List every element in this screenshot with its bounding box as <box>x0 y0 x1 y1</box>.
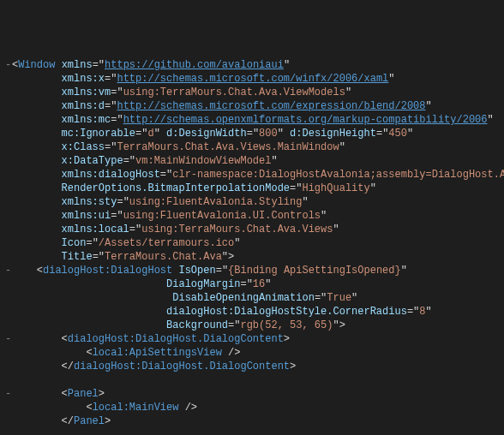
code-line[interactable]: xmlns:sty="using:FluentAvalonia.Styling" <box>5 195 504 209</box>
code-line[interactable]: xmlns:local="using:TerraMours.Chat.Ava.V… <box>5 223 504 236</box>
fold-gutter[interactable]: - <box>5 387 12 401</box>
fold-gutter[interactable] <box>5 291 12 305</box>
fold-gutter[interactable] <box>5 209 12 223</box>
fold-gutter[interactable] <box>5 360 12 373</box>
fold-gutter[interactable] <box>5 154 12 168</box>
code-line[interactable]: xmlns:mc="http://schemas.openxmlformats.… <box>5 113 504 127</box>
fold-gutter[interactable] <box>5 195 12 209</box>
fold-gutter[interactable] <box>5 428 12 435</box>
code-line[interactable] <box>5 373 504 387</box>
code-line[interactable]: DisableOpeningAnimation="True" <box>5 291 504 305</box>
code-line[interactable]: </Panel> <box>5 414 504 428</box>
fold-gutter[interactable] <box>5 127 12 140</box>
code-line[interactable]: xmlns:ui="using:FluentAvalonia.UI.Contro… <box>5 209 504 223</box>
code-line[interactable]: <local:ApiSettingsView /> <box>5 346 504 360</box>
code-line[interactable]: - <dialogHost:DialogHost.DialogContent> <box>5 332 504 346</box>
fold-gutter[interactable] <box>5 346 12 360</box>
fold-gutter[interactable]: - <box>5 264 12 277</box>
code-line[interactable]: DialogMargin="16" <box>5 277 504 291</box>
fold-gutter[interactable] <box>5 414 12 428</box>
fold-gutter[interactable] <box>5 236 12 250</box>
fold-gutter[interactable] <box>5 250 12 264</box>
code-line[interactable]: </dialogHost:DialogHost.DialogContent> <box>5 360 504 373</box>
code-line[interactable]: x:DataType="vm:MainWindowViewModel" <box>5 154 504 168</box>
code-line[interactable]: <local:MainView /> <box>5 401 504 414</box>
fold-gutter[interactable] <box>5 113 12 127</box>
code-line[interactable]: mc:Ignorable="d" d:DesignWidth="800" d:D… <box>5 127 504 140</box>
fold-gutter[interactable] <box>5 182 12 195</box>
fold-gutter[interactable]: - <box>5 58 12 72</box>
fold-gutter[interactable] <box>5 72 12 86</box>
code-editor[interactable]: -<Window xmlns="https://github.com/avalo… <box>5 58 504 435</box>
code-line[interactable]: -<Window xmlns="https://github.com/avalo… <box>5 58 504 72</box>
code-line[interactable]: xmlns:vm="using:TerraMours.Chat.Ava.View… <box>5 86 504 99</box>
code-line[interactable] <box>5 428 504 435</box>
fold-gutter[interactable] <box>5 168 12 182</box>
fold-gutter[interactable] <box>5 277 12 291</box>
fold-gutter[interactable] <box>5 140 12 154</box>
code-line[interactable]: dialogHost:DialogHostStyle.CornerRadius=… <box>5 305 504 319</box>
code-line[interactable]: xmlns:x="http://schemas.microsoft.com/wi… <box>5 72 504 86</box>
fold-gutter[interactable] <box>5 223 12 236</box>
code-line[interactable]: xmlns:d="http://schemas.microsoft.com/ex… <box>5 99 504 113</box>
code-line[interactable]: x:Class="TerraMours.Chat.Ava.Views.MainW… <box>5 140 504 154</box>
fold-gutter[interactable] <box>5 401 12 414</box>
code-line[interactable]: Icon="/Assets/terramours.ico" <box>5 236 504 250</box>
code-line[interactable]: xmlns:dialogHost="clr-namespace:DialogHo… <box>5 168 504 182</box>
code-line[interactable]: Title="TerraMours.Chat.Ava"> <box>5 250 504 264</box>
fold-gutter[interactable] <box>5 99 12 113</box>
fold-gutter[interactable] <box>5 86 12 99</box>
code-line[interactable]: Background="rgb(52, 53, 65)"> <box>5 319 504 332</box>
fold-gutter[interactable] <box>5 305 12 319</box>
fold-gutter[interactable]: - <box>5 332 12 346</box>
code-line[interactable]: RenderOptions.BitmapInterpolationMode="H… <box>5 182 504 195</box>
code-line[interactable]: - <Panel> <box>5 387 504 401</box>
code-line[interactable]: - <dialogHost:DialogHost IsOpen="{Bindin… <box>5 264 504 277</box>
fold-gutter[interactable] <box>5 319 12 332</box>
fold-gutter[interactable] <box>5 373 12 387</box>
